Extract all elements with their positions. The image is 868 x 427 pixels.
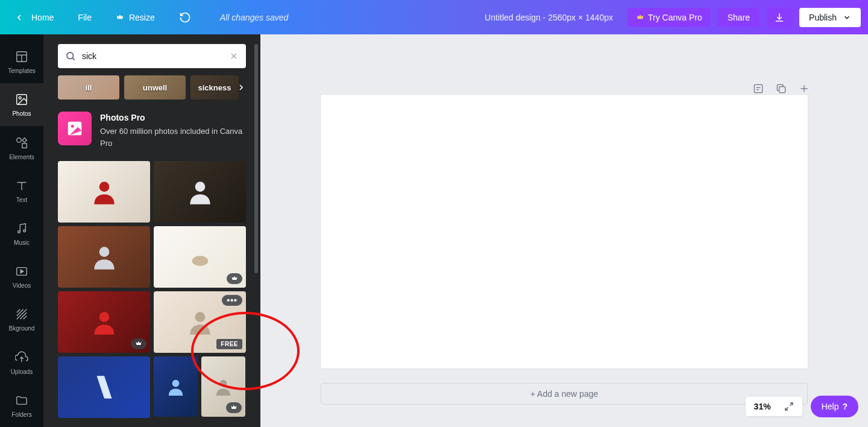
nav-label: Text xyxy=(16,197,27,203)
svg-point-23 xyxy=(99,182,109,192)
nav-videos[interactable]: Videos xyxy=(0,255,43,298)
nav-label: Folders xyxy=(11,411,31,418)
nav-label: Templates xyxy=(8,68,36,74)
nav-templates[interactable]: Templates xyxy=(0,40,43,83)
save-status: All changes saved xyxy=(220,13,289,22)
svg-line-13 xyxy=(20,313,27,320)
svg-point-25 xyxy=(99,247,109,257)
folders-icon xyxy=(14,393,29,408)
background-icon xyxy=(14,307,29,321)
duplicate-page-icon[interactable] xyxy=(774,81,788,96)
nav-label: Uploads xyxy=(11,368,33,375)
share-button[interactable]: Share xyxy=(718,8,760,27)
chip-unwell[interactable]: unwell xyxy=(124,75,186,100)
chip-ill[interactable]: ill xyxy=(58,75,119,100)
nav-label: Elements xyxy=(9,154,34,160)
svg-line-12 xyxy=(17,309,24,316)
svg-line-14 xyxy=(17,309,20,313)
file-button[interactable]: File xyxy=(73,9,96,26)
home-button[interactable]: Home xyxy=(7,7,58,28)
svg-rect-34 xyxy=(779,87,785,93)
photos-pro-promo[interactable]: Photos Pro Over 60 million photos includ… xyxy=(58,112,246,149)
nav-elements[interactable]: Elements xyxy=(0,126,43,169)
topbar-right-group: Untitled design - 2560px × 1440px Try Ca… xyxy=(485,7,861,28)
promo-title: Photos Pro xyxy=(100,112,246,124)
canvas-page[interactable] xyxy=(321,95,808,368)
svg-point-17 xyxy=(67,52,74,59)
photo-results: ••• FREE xyxy=(58,161,246,418)
chip-sickness[interactable]: sickness xyxy=(190,75,239,100)
photos-pro-icon xyxy=(58,112,92,145)
svg-point-22 xyxy=(71,125,74,128)
topbar-left-group: Home File Resize All changes saved xyxy=(7,7,288,28)
zoom-control[interactable]: 31% xyxy=(746,397,802,416)
photo-result-7[interactable] xyxy=(58,356,150,418)
home-label: Home xyxy=(31,13,54,22)
zoom-value: 31% xyxy=(754,402,771,411)
photo-result-8[interactable] xyxy=(154,356,198,417)
try-pro-label: Try Canva Pro xyxy=(648,13,702,22)
nav-label: Videos xyxy=(13,282,31,289)
panel-scrollbar[interactable] xyxy=(254,44,258,273)
photo-result-5[interactable] xyxy=(58,291,150,353)
nav-label: Bkground xyxy=(9,325,35,332)
pro-badge-icon xyxy=(227,273,242,284)
nav-label: Photos xyxy=(12,110,31,117)
share-label: Share xyxy=(728,13,750,22)
publish-button[interactable]: Publish xyxy=(799,8,861,27)
nav-label: Music xyxy=(14,239,30,246)
svg-point-4 xyxy=(19,97,21,100)
svg-line-15 xyxy=(24,316,27,320)
resize-button[interactable]: Resize xyxy=(111,9,160,26)
elements-icon xyxy=(14,136,29,150)
document-title[interactable]: Untitled design - 2560px × 1440px xyxy=(485,13,613,22)
help-button[interactable]: Help ? xyxy=(811,396,858,417)
svg-line-37 xyxy=(790,403,793,406)
photo-result-3[interactable] xyxy=(58,226,150,288)
search-input[interactable] xyxy=(82,51,223,61)
notes-icon[interactable] xyxy=(751,81,766,96)
download-button[interactable] xyxy=(767,7,792,28)
chips-next-button[interactable] xyxy=(233,79,250,96)
svg-marker-10 xyxy=(20,270,24,273)
undo-button[interactable] xyxy=(174,8,196,27)
svg-point-29 xyxy=(172,379,180,387)
photo-result-2[interactable] xyxy=(154,161,246,223)
search-box[interactable] xyxy=(58,44,246,68)
crown-icon xyxy=(116,13,124,22)
nav-uploads[interactable]: Uploads xyxy=(0,341,43,384)
add-new-page-button[interactable]: + Add a new page xyxy=(321,383,808,405)
photo-result-6[interactable]: ••• FREE xyxy=(154,291,246,353)
try-pro-button[interactable]: Try Canva Pro xyxy=(627,8,711,27)
chip-label: sickness xyxy=(198,83,231,92)
photo-result-1[interactable] xyxy=(58,161,150,223)
side-panel: ill unwell sickness Photos Pro Over 60 m… xyxy=(43,34,260,427)
nav-photos[interactable]: Photos xyxy=(0,83,43,126)
uploads-icon xyxy=(14,350,29,365)
more-options-icon[interactable]: ••• xyxy=(222,295,242,306)
nav-music[interactable]: Music xyxy=(0,212,43,255)
nav-text[interactable]: Text xyxy=(0,169,43,212)
download-icon xyxy=(774,12,785,23)
crown-icon xyxy=(636,13,644,22)
photo-result-9[interactable] xyxy=(201,356,245,417)
publish-label: Publish xyxy=(809,13,837,22)
pro-badge-icon xyxy=(226,402,242,413)
nav-folders[interactable]: Folders xyxy=(0,384,43,427)
clear-search-icon[interactable] xyxy=(229,51,239,61)
resize-label: Resize xyxy=(129,13,155,22)
main: Templates Photos Elements Text Music Vid… xyxy=(0,34,868,427)
photo-result-4[interactable] xyxy=(154,226,246,288)
nav-background[interactable]: Bkground xyxy=(0,298,43,341)
chip-label: unwell xyxy=(143,83,167,92)
canvas-page-toolbar xyxy=(751,81,811,96)
add-page-icon[interactable] xyxy=(797,81,811,96)
chevron-left-icon xyxy=(12,10,27,25)
chip-label: ill xyxy=(86,83,92,92)
free-badge: FREE xyxy=(216,339,242,349)
text-icon xyxy=(14,179,29,193)
fullscreen-icon[interactable] xyxy=(784,402,794,411)
question-icon: ? xyxy=(842,402,848,411)
svg-point-24 xyxy=(195,182,205,192)
music-icon xyxy=(14,221,29,236)
